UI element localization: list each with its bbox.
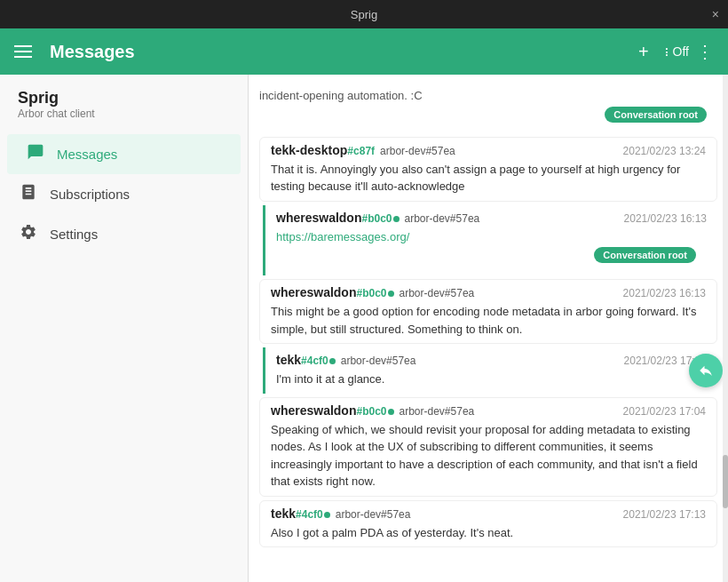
add-button[interactable]: + — [631, 38, 656, 66]
message-link[interactable]: https://baremessages.org/ — [276, 230, 409, 243]
message-time: 2021/02/23 13:24 — [623, 145, 706, 157]
message-header: whereswaldon#b0c0 arbor-dev#57ea 2021/02… — [271, 403, 706, 418]
message-author: whereswaldon#b0c0 — [271, 285, 394, 299]
message-body: Also I got a palm PDA as of yesterday. I… — [271, 524, 706, 542]
sidebar: Sprig Arbor chat client Messages Subscri… — [0, 75, 249, 582]
filter-label: Off — [673, 44, 689, 59]
message-channel: arbor-dev#57ea — [400, 405, 475, 418]
sidebar-item-messages[interactable]: Messages — [7, 134, 241, 174]
filter-icon: ⫶ — [663, 44, 669, 59]
list-item: whereswaldon#b0c0 arbor-dev#57ea 2021/02… — [263, 205, 717, 276]
message-body: incident-opening automation. :C — [259, 87, 717, 105]
close-button[interactable]: × — [712, 7, 719, 21]
subscriptions-icon — [18, 183, 39, 205]
header-title: Messages — [50, 42, 621, 62]
message-author: whereswaldon#b0c0 — [271, 403, 394, 418]
scrollbar-track — [723, 75, 728, 582]
sidebar-nav: Messages Subscriptions Settings — [0, 134, 248, 254]
brand-name: Sprig — [18, 89, 230, 108]
message-body: https://baremessages.org/ — [276, 228, 707, 246]
online-dot — [324, 512, 330, 518]
conversation-root-badge[interactable]: Conversation root — [605, 107, 707, 123]
scrollbar-thumb[interactable] — [723, 455, 728, 508]
conversation-root-badge-2[interactable]: Conversation root — [594, 247, 696, 263]
list-item: tekk#4cf0 arbor-dev#57ea 2021/02/23 17:1… — [259, 500, 717, 548]
message-time: 2021/02/23 16:13 — [623, 287, 706, 299]
message-time: 2021/02/23 17:04 — [623, 405, 706, 418]
message-channel: arbor-dev#57ea — [400, 287, 475, 299]
list-item: tekk-desktop#c87f arbor-dev#57ea 2021/02… — [259, 137, 717, 202]
header-actions: + ⫶ Off ⋮ — [631, 38, 714, 66]
online-dot — [388, 291, 394, 297]
subscriptions-label: Subscriptions — [50, 187, 130, 202]
messages-label: Messages — [57, 147, 117, 162]
list-item: tekk#4cf0 arbor-dev#57ea 2021/02/23 17:0… — [263, 347, 717, 394]
message-body: This might be a good option for encoding… — [271, 303, 706, 338]
more-button[interactable]: ⋮ — [696, 41, 714, 62]
sidebar-brand: Sprig Arbor chat client — [0, 89, 248, 134]
sidebar-item-settings[interactable]: Settings — [0, 214, 248, 254]
conv-root-badge-wrap: Conversation root — [259, 105, 717, 130]
message-time: 2021/02/23 16:13 — [624, 212, 707, 225]
message-body: I'm into it at a glance. — [276, 371, 707, 388]
message-body: Speaking of which, we should revisit you… — [271, 421, 706, 490]
conv-root-badge-wrap-2: Conversation root — [276, 245, 707, 270]
online-dot — [393, 216, 400, 222]
message-author: tekk#4cf0 — [276, 353, 336, 367]
online-dot — [329, 358, 336, 364]
settings-icon — [18, 223, 39, 245]
message-author: whereswaldon#b0c0 — [276, 211, 400, 225]
message-list[interactable]: incident-opening automation. :C Conversa… — [249, 75, 728, 582]
message-channel: arbor-dev#57ea — [380, 145, 455, 157]
message-author: tekk-desktop#c87f — [271, 143, 375, 157]
settings-label: Settings — [50, 227, 98, 242]
brand-subtitle: Arbor chat client — [18, 108, 230, 120]
hamburger-menu[interactable] — [14, 45, 32, 58]
app-window: Sprig × Messages + ⫶ Off ⋮ Sprig Arbor c… — [0, 0, 728, 582]
messages-icon — [25, 143, 46, 165]
main-layout: Sprig Arbor chat client Messages Subscri… — [0, 75, 728, 582]
reply-button[interactable] — [689, 354, 723, 387]
list-item: whereswaldon#b0c0 arbor-dev#57ea 2021/02… — [259, 279, 717, 344]
message-author: tekk#4cf0 — [271, 506, 330, 521]
sidebar-item-subscriptions[interactable]: Subscriptions — [0, 174, 248, 214]
list-item: whereswaldon#b0c0 arbor-dev#57ea 2021/02… — [259, 397, 717, 497]
message-header: tekk#4cf0 arbor-dev#57ea 2021/02/23 17:0… — [276, 353, 707, 367]
message-channel: arbor-dev#57ea — [405, 212, 480, 225]
message-header: tekk-desktop#c87f arbor-dev#57ea 2021/02… — [271, 143, 706, 157]
message-channel: arbor-dev#57ea — [341, 355, 416, 367]
message-header: tekk#4cf0 arbor-dev#57ea 2021/02/23 17:1… — [271, 506, 706, 521]
message-header: whereswaldon#b0c0 arbor-dev#57ea 2021/02… — [276, 211, 707, 225]
online-dot — [388, 409, 394, 415]
list-item: incident-opening automation. :C Conversa… — [249, 82, 728, 133]
window-title: Sprig — [351, 8, 377, 21]
message-channel: arbor-dev#57ea — [336, 508, 411, 521]
header: Messages + ⫶ Off ⋮ — [0, 28, 728, 75]
title-bar: Sprig × — [0, 0, 728, 28]
message-header: whereswaldon#b0c0 arbor-dev#57ea 2021/02… — [271, 285, 706, 299]
message-time: 2021/02/23 17:13 — [623, 508, 706, 521]
message-body: That it is. Annoyingly you also can't as… — [271, 161, 706, 195]
filter-button[interactable]: ⫶ Off — [663, 44, 689, 59]
